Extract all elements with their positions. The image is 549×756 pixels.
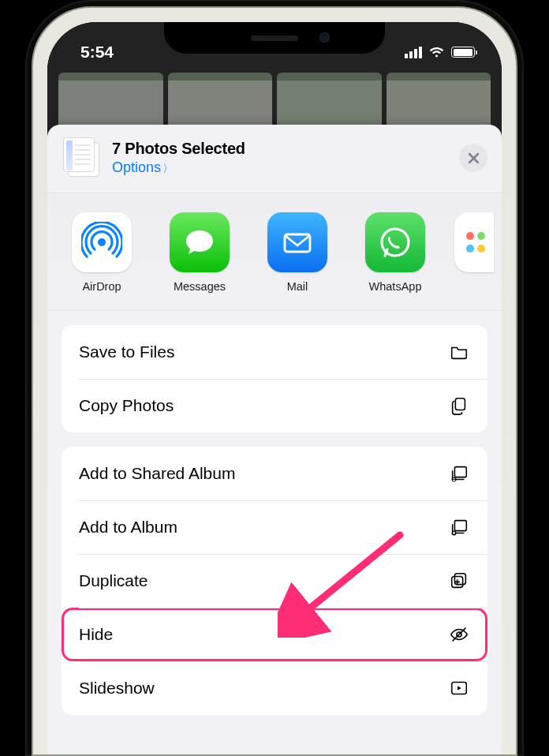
share-targets-row[interactable]: AirDrop Messages Mail [47,193,502,311]
options-label: Options [112,159,161,175]
folder-icon [448,341,470,363]
action-hide[interactable]: Hide [62,608,487,661]
share-target-label: WhatsApp [369,280,422,293]
phone-frame: 5:54 [25,0,524,756]
chevron-right-icon: 〉 [162,162,174,174]
share-target-whatsapp[interactable]: WhatsApp [358,212,432,293]
hide-icon [448,623,470,646]
status-time: 5:54 [80,43,114,62]
close-button[interactable] [459,144,487,172]
share-target-label: Mail [287,280,308,293]
screen: 5:54 [47,22,502,754]
selection-thumbnail [63,137,101,178]
svg-point-4 [466,245,474,253]
phone-glass: 5:54 [47,22,502,754]
front-camera [319,32,330,43]
share-sheet: 7 Photos Selected Options〉 [47,125,502,754]
more-apps-icon [454,212,494,272]
airdrop-icon [72,212,132,272]
shared-album-icon [448,462,470,485]
svg-rect-11 [454,521,466,531]
action-label: Add to Shared Album [79,464,235,483]
cellular-icon [405,47,422,58]
action-group-files: Save to Files Copy Photos [62,325,487,432]
wifi-icon [428,46,445,58]
svg-point-5 [477,232,485,240]
svg-rect-7 [455,399,465,410]
share-target-label: Messages [174,280,226,293]
svg-rect-13 [454,574,465,585]
options-link[interactable]: Options〉 [112,159,448,176]
action-add-to-shared-album[interactable]: Add to Shared Album [62,447,487,500]
action-label: Hide [79,625,113,644]
whatsapp-icon [365,212,425,272]
add-album-icon [448,516,470,538]
svg-point-6 [477,245,485,253]
action-label: Copy Photos [79,396,174,415]
earpiece [251,36,298,41]
action-duplicate[interactable]: Duplicate [62,554,487,608]
share-sheet-header: 7 Photos Selected Options〉 [47,125,502,193]
close-icon [468,152,480,164]
svg-point-0 [98,238,106,246]
svg-rect-8 [454,467,466,477]
share-target-messages[interactable]: Messages [162,212,237,293]
action-label: Save to Files [79,342,174,361]
svg-point-10 [453,477,454,479]
copy-icon [448,395,470,417]
action-save-to-files[interactable]: Save to Files [62,325,487,379]
share-target-more[interactable] [456,212,476,293]
action-group-photo-ops: Add to Shared Album Add to Album Duplica… [62,447,487,715]
action-slideshow[interactable]: Slideshow [62,661,487,715]
battery-icon [451,47,475,58]
duplicate-icon [448,570,470,592]
share-target-label: AirDrop [82,280,121,293]
action-label: Add to Album [79,518,177,537]
mail-icon [267,212,327,272]
action-label: Slideshow [79,679,155,698]
messages-icon [170,212,230,272]
slideshow-icon [448,677,470,699]
selection-title: 7 Photos Selected [112,140,448,158]
phone-bezel: 5:54 [32,6,517,756]
share-target-mail[interactable]: Mail [260,212,334,293]
notch [164,22,385,54]
action-add-to-album[interactable]: Add to Album [62,500,487,554]
action-copy-photos[interactable]: Copy Photos [62,379,487,432]
action-label: Duplicate [79,571,148,590]
share-target-airdrop[interactable]: AirDrop [65,212,139,293]
svg-point-3 [466,232,474,240]
